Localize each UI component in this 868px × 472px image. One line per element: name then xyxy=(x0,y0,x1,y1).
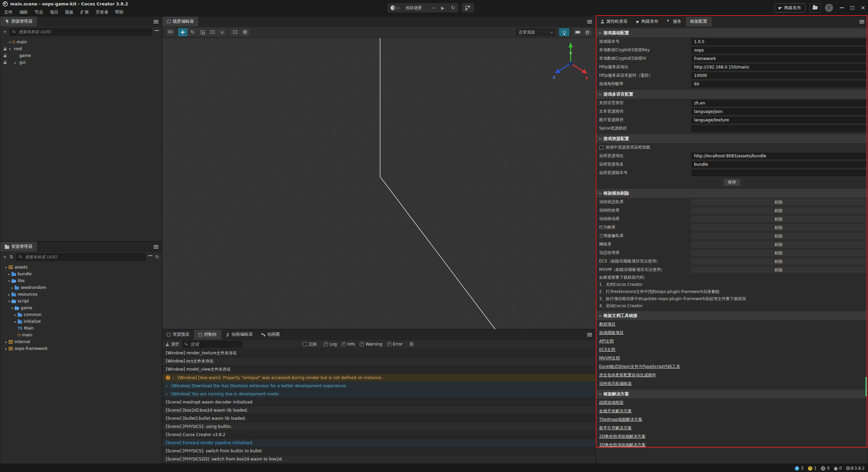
remove-module-button[interactable]: 剔除 xyxy=(691,224,866,231)
field-input[interactable]: 60 xyxy=(691,81,866,87)
close-button[interactable]: × xyxy=(861,5,865,11)
field-input[interactable]: http://192.168.0.150/main/ xyxy=(691,64,866,71)
tab-assets[interactable]: 资源管理器 xyxy=(0,242,37,252)
menu-project[interactable]: 项目 xyxy=(46,8,62,16)
pivot-toggle-button[interactable] xyxy=(230,28,240,36)
solution-link[interactable]: 2D角色扮演游戏解决方案 xyxy=(599,434,646,439)
camera-settings-button[interactable] xyxy=(573,28,582,36)
doc-link[interactable]: 教程项目 xyxy=(599,321,615,327)
remove-module-button[interactable]: 剔除 xyxy=(691,199,866,205)
scene-settings-button[interactable] xyxy=(583,28,592,36)
field-input[interactable]: 1.0.5 xyxy=(691,38,866,45)
expand-arrow-icon[interactable] xyxy=(7,272,12,276)
preview-scene-select[interactable]: 当前场景 xyxy=(402,3,438,13)
remove-module-button[interactable]: 剔除 xyxy=(691,216,866,222)
console-search-input[interactable] xyxy=(182,341,242,348)
remove-module-button[interactable]: 剔除 xyxy=(691,241,866,248)
solution-link[interactable]: 战棋游戏框架 xyxy=(599,400,624,406)
rotate-tool-button[interactable]: ↻ xyxy=(188,28,197,36)
log-expander-icon[interactable]: › xyxy=(166,391,171,396)
log-row[interactable]: [Window] render_texture文件夹存在 xyxy=(162,349,595,357)
doc-link[interactable]: MVVM文档 xyxy=(599,355,620,361)
log-filter-checkbox[interactable]: Info xyxy=(341,342,355,347)
doc-link[interactable]: 原生包热更新配置自动生成插件 xyxy=(599,372,656,378)
preview-platform-button[interactable] xyxy=(388,3,402,13)
doc-link[interactable]: 游戏模板项目 xyxy=(599,330,624,336)
menu-panel[interactable]: 面板 xyxy=(62,8,77,16)
asset-node[interactable]: libs xyxy=(0,277,162,284)
notification-count[interactable]: 0 xyxy=(834,466,842,471)
render-mode-select[interactable]: 正常渲染 xyxy=(516,28,556,36)
coordinate-toggle-button[interactable] xyxy=(240,28,250,36)
preview-qr-button[interactable] xyxy=(462,3,474,13)
log-detail-icon[interactable] xyxy=(410,342,413,346)
log-row[interactable]: [Scene] [PHYSICS]: using builtin. xyxy=(162,422,595,431)
log-expander-icon[interactable]: › xyxy=(166,383,171,388)
field-input[interactable]: http://localhost:8083/assets/bundle xyxy=(691,153,866,159)
solution-link[interactable]: 新手引导解决方案 xyxy=(599,425,632,431)
section-language[interactable]: 游戏多语言配置 xyxy=(596,90,868,99)
tab-inspector[interactable]: 属性检查器 xyxy=(596,17,632,26)
panel-menu-icon[interactable] xyxy=(154,20,158,24)
tab-service[interactable]: 服务 xyxy=(663,17,686,26)
field-input[interactable]: oops xyxy=(691,47,866,54)
mode-3d-button[interactable]: 3D xyxy=(166,28,175,36)
asset-node[interactable]: bundle xyxy=(0,271,162,277)
log-row[interactable]: [Scene] [PHYSICS2D]: switch from box2d-w… xyxy=(162,455,595,463)
menu-developer[interactable]: 开发者 xyxy=(92,8,112,16)
asset-node[interactable]: resources xyxy=(0,291,162,298)
log-row[interactable]: › [Window] Download the Vue Devtools ext… xyxy=(162,382,595,390)
build-publish-button[interactable]: 构建发布 xyxy=(774,3,805,13)
expand-arrow-icon[interactable] xyxy=(10,306,15,310)
expand-arrow-icon[interactable] xyxy=(4,347,8,351)
remove-module-button[interactable]: 剔除 xyxy=(691,207,866,214)
tab-build[interactable]: 构建发布 xyxy=(632,17,663,26)
lighting-toggle-button[interactable] xyxy=(559,28,569,36)
hierarchy-node[interactable]: main xyxy=(0,39,162,45)
asset-node[interactable]: initialize xyxy=(0,318,162,325)
log-row[interactable]: [Window] model_view文件夹存在 xyxy=(162,366,595,374)
solution-link[interactable]: 全栈开发解决方案 xyxy=(599,408,632,414)
lock-icon[interactable] xyxy=(4,48,6,51)
expand-arrow-icon[interactable] xyxy=(4,340,8,344)
doc-link[interactable]: Excel格式转Json文件与TypeScript代码工具 xyxy=(599,364,680,370)
tab-console[interactable]: 控制台 xyxy=(194,330,221,339)
doc-link[interactable]: 动画状态机编辑器 xyxy=(599,381,632,387)
tab-animation-graph[interactable]: 动画图 xyxy=(257,330,284,339)
asset-node[interactable]: assets xyxy=(0,264,162,271)
menu-file[interactable]: 文件 xyxy=(1,8,16,16)
help-button[interactable]: ? xyxy=(825,4,833,12)
tab-animation-editor[interactable]: 动画编辑器 xyxy=(221,330,257,339)
sort-assets-icon[interactable]: ⇅ xyxy=(9,255,13,259)
section-modules[interactable]: 框架模块剔除 xyxy=(596,189,868,198)
hierarchy-node[interactable]: game xyxy=(0,52,162,59)
expand-arrow-icon[interactable] xyxy=(10,286,15,290)
create-asset-button[interactable]: + xyxy=(3,255,7,259)
panel-menu-icon[interactable] xyxy=(860,20,864,24)
section-docs[interactable]: 框架文档工具链接 xyxy=(596,311,868,320)
warning-count[interactable]: ! 1 xyxy=(808,466,817,471)
solution-link[interactable]: 3D角色扮演游戏解决方案 xyxy=(599,442,646,448)
section-game-basic[interactable]: 游戏基础配置 xyxy=(596,28,868,37)
hierarchy-node[interactable]: root xyxy=(0,45,162,52)
clear-console-button[interactable]: 清空 xyxy=(166,341,179,347)
menu-extension[interactable]: 扩展 xyxy=(77,8,92,16)
field-input[interactable] xyxy=(691,125,866,132)
log-filter-checkbox[interactable]: Error xyxy=(387,342,403,347)
minimize-button[interactable] xyxy=(840,7,844,8)
hierarchy-node[interactable]: gui xyxy=(0,59,162,66)
scale-tool-button[interactable] xyxy=(198,28,207,36)
expand-arrow-icon[interactable] xyxy=(13,313,18,317)
field-input[interactable]: language/json xyxy=(691,108,866,115)
log-row[interactable]: [Scene] Cocos Creator v3.8.2 xyxy=(162,431,595,439)
tab-asset-preview[interactable]: 资源预览 xyxy=(162,330,194,339)
asset-node[interactable]: main xyxy=(0,332,162,338)
panel-menu-icon[interactable] xyxy=(587,20,592,24)
log-filter-checkbox[interactable]: Log xyxy=(324,342,337,347)
expand-arrow-icon[interactable] xyxy=(7,47,12,51)
doc-link[interactable]: ECS文档 xyxy=(599,347,615,353)
log-row[interactable]: [Scene] [PHYSICS]: switch from builtin t… xyxy=(162,447,595,455)
rect-tool-button[interactable] xyxy=(208,28,217,36)
lock-icon[interactable] xyxy=(4,55,6,57)
scene-viewport[interactable]: Y X Z xyxy=(162,38,595,329)
